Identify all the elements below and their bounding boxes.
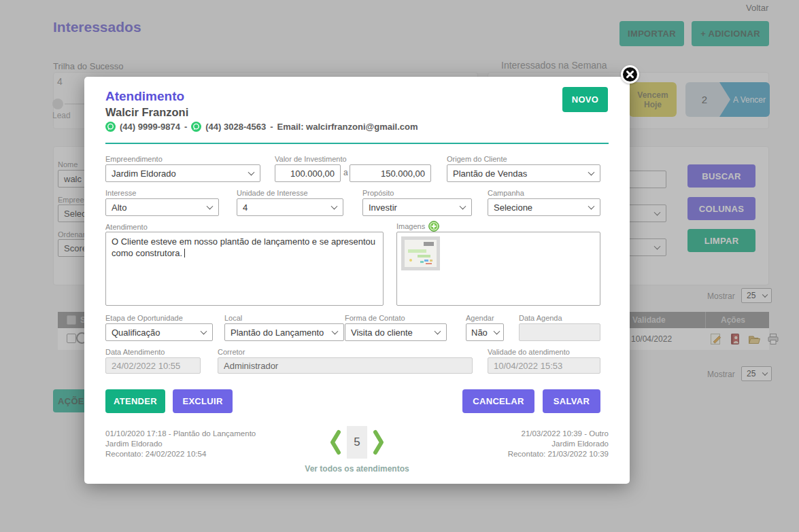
valor-separator: a — [343, 168, 348, 177]
prev-line-1: 01/10/2020 17:18 - Plantão do Lançamento — [105, 429, 256, 439]
imagens-label: Imagens — [396, 222, 425, 230]
origem-select[interactable]: Plantão de Vendas — [447, 164, 600, 182]
chevron-down-icon — [435, 328, 441, 335]
forma-value: Visita do cliente — [351, 327, 413, 338]
empreendimento-label: Empreendimento — [105, 155, 163, 163]
valor-label: Valor de Investimento — [275, 155, 347, 163]
prev-line-2: Jardim Eldorado — [105, 439, 256, 449]
unidade-label: Unidade de Interesse — [237, 189, 308, 197]
atendimento-text: O Cliente esteve em nosso plantão de lan… — [112, 236, 375, 258]
unidade-select[interactable]: 4 — [237, 198, 343, 216]
campanha-label: Campanha — [488, 189, 524, 197]
atender-button[interactable]: ATENDER — [105, 389, 165, 413]
etapa-label: Etapa de Oportunidade — [105, 314, 183, 322]
next-arrow-icon[interactable] — [373, 429, 385, 456]
app-canvas: Voltar Interessados IMPORTAR + ADICIONAR… — [0, 0, 799, 532]
next-line-1: 21/03/2022 10:39 - Outro — [508, 429, 609, 439]
interesse-label: Interesse — [105, 189, 136, 197]
forma-label: Forma de Contato — [345, 314, 405, 322]
whatsapp-icon — [191, 122, 201, 132]
etapa-value: Qualificação — [112, 327, 160, 338]
phone-separator: - — [184, 122, 187, 132]
close-icon[interactable] — [621, 65, 639, 84]
next-atendimento-summary: 21/03/2022 10:39 - Outro Jardim Eldorado… — [508, 429, 609, 459]
local-value: Plantão do Lançamento — [231, 327, 324, 338]
excluir-button[interactable]: EXCLUIR — [173, 389, 233, 413]
agendar-label: Agendar — [466, 314, 494, 322]
ver-todos-link[interactable]: Ver todos os atendimentos — [84, 464, 630, 474]
client-email: Email: walcirfranzoni@gmail.com — [277, 122, 418, 132]
modal-title: Atendimento — [105, 89, 184, 104]
origem-value: Plantão de Vendas — [453, 169, 527, 179]
interesse-select[interactable]: Alto — [105, 198, 219, 216]
pager-current-page: 5 — [347, 426, 367, 459]
validade-input — [488, 357, 600, 374]
imagens-header: Imagens — [396, 221, 439, 232]
data-agenda-input — [519, 323, 600, 341]
campanha-value: Selecione — [494, 202, 532, 213]
corretor-label: Corretor — [218, 348, 245, 356]
data-atendimento-label: Data Atendimento — [105, 348, 165, 356]
prev-line-3: Recontato: 24/02/2022 10:54 — [105, 449, 256, 459]
corretor-input — [218, 357, 473, 374]
atendimento-textarea[interactable]: O Cliente esteve em nosso plantão de lan… — [105, 232, 384, 306]
valor-to-input[interactable] — [350, 164, 431, 182]
novo-button[interactable]: NOVO — [562, 87, 608, 112]
empreendimento-select[interactable]: Jardim Eldorado — [105, 164, 260, 182]
empreendimento-value: Jardim Eldorado — [112, 169, 176, 179]
atendimento-label: Atendimento — [105, 223, 148, 231]
chevron-down-icon — [588, 203, 595, 210]
cancelar-button[interactable]: CANCELAR — [462, 389, 534, 413]
whatsapp-icon — [105, 122, 116, 132]
unidade-value: 4 — [243, 202, 248, 213]
proposito-value: Investir — [369, 202, 397, 213]
text-cursor — [184, 249, 185, 258]
atendimento-modal: Atendimento Walcir Franzoni (44) 9999-98… — [84, 77, 630, 484]
map-thumbnail-image — [405, 240, 437, 267]
header-divider — [105, 143, 609, 144]
forma-select[interactable]: Visita do cliente — [345, 323, 447, 341]
chevron-down-icon — [201, 328, 207, 335]
agendar-select[interactable]: Não — [466, 323, 504, 341]
chevron-down-icon — [332, 328, 339, 335]
email-separator: - — [270, 122, 273, 132]
next-line-2: Jardim Eldorado — [508, 439, 609, 449]
proposito-select[interactable]: Investir — [362, 198, 472, 216]
add-image-icon[interactable] — [428, 221, 439, 232]
interesse-value: Alto — [112, 202, 126, 213]
data-atendimento-input — [105, 357, 201, 374]
prev-arrow-icon[interactable] — [329, 429, 341, 456]
local-label: Local — [224, 314, 242, 322]
next-line-3: Recontato: 21/03/2022 10:39 — [508, 449, 609, 459]
phone-1[interactable]: (44) 9999-9874 — [120, 122, 180, 132]
origem-label: Origem do Cliente — [447, 155, 507, 163]
proposito-label: Propósito — [362, 189, 394, 197]
image-thumbnail[interactable] — [401, 236, 440, 270]
atendimento-pager: 5 — [329, 425, 385, 460]
local-select[interactable]: Plantão do Lançamento — [224, 323, 344, 341]
agendar-value: Não — [471, 327, 488, 338]
valor-from-input[interactable] — [275, 164, 341, 182]
prev-atendimento-summary: 01/10/2020 17:18 - Plantão do Lançamento… — [105, 429, 256, 459]
validade-label: Validade do atendimento — [488, 348, 570, 356]
phone-2[interactable]: (44) 3028-4563 — [205, 122, 266, 132]
imagens-box[interactable] — [396, 232, 600, 306]
chevron-down-icon — [248, 169, 255, 176]
campanha-select[interactable]: Selecione — [488, 198, 600, 216]
chevron-down-icon — [588, 169, 595, 176]
client-contacts: (44) 9999-9874 - (44) 3028-4563 - Email:… — [105, 122, 418, 132]
chevron-down-icon — [331, 203, 338, 210]
chevron-down-icon — [460, 203, 466, 210]
data-agenda-label: Data Agenda — [519, 314, 562, 322]
salvar-button[interactable]: SALVAR — [543, 389, 600, 413]
etapa-select[interactable]: Qualificação — [105, 323, 213, 341]
client-name: Walcir Franzoni — [105, 106, 188, 119]
chevron-down-icon — [494, 328, 500, 335]
chevron-down-icon — [207, 203, 214, 210]
